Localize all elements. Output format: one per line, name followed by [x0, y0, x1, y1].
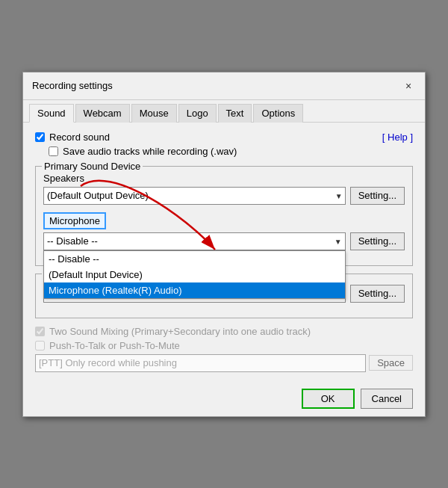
- microphone-dropdown-arrow-icon: ▼: [335, 237, 342, 245]
- mic-option-default-input[interactable]: (Default Input Device): [44, 267, 345, 282]
- mic-option-disable[interactable]: -- Disable --: [44, 251, 345, 267]
- save-audio-checkbox[interactable]: [49, 146, 58, 156]
- two-sound-mixing-label: Two Sound Mixing (Primary+Secondary into…: [49, 326, 311, 337]
- primary-sound-device-group: Primary Sound Device Speakers (Default O…: [35, 166, 413, 266]
- ptt-dropdown[interactable]: [PTT] Only record while pushing: [35, 354, 366, 372]
- speakers-row: (Default Output Device) ▼ Setting...: [43, 187, 405, 205]
- microphone-dropdown-open-container: -- Disable -- ▼ -- Disable -- (Default I…: [43, 232, 346, 250]
- microphone-label-wrapper: Microphone: [43, 212, 106, 232]
- push-to-talk-label: Push-To-Talk or Push-To-Mute: [49, 340, 180, 351]
- tab-bar: Sound Webcam Mouse Logo Text Options: [23, 100, 425, 123]
- tab-sound[interactable]: Sound: [29, 104, 74, 123]
- microphone-section: Microphone -- Disable -- ▼ -- Disable --…: [43, 212, 405, 250]
- microphone-dropdown-list: -- Disable -- (Default Input Device) Mic…: [43, 250, 346, 299]
- buttons-row: OK Cancel: [23, 381, 425, 416]
- top-row: Record sound Save audio tracks while rec…: [35, 132, 413, 160]
- speakers-dropdown[interactable]: (Default Output Device): [43, 187, 346, 205]
- title-bar: Recording settings ×: [23, 72, 425, 100]
- sound-tab-content: Record sound Save audio tracks while rec…: [23, 123, 425, 381]
- microphone-setting-button[interactable]: Setting...: [350, 232, 405, 250]
- close-button[interactable]: ×: [401, 78, 416, 93]
- options-section: Two Sound Mixing (Primary+Secondary into…: [35, 326, 413, 372]
- save-audio-label: Save audio tracks while recording (.wav): [63, 146, 237, 157]
- microphone-dropdown-trigger[interactable]: -- Disable -- ▼: [43, 232, 346, 250]
- speakers-label: Speakers: [43, 173, 405, 184]
- push-to-talk-row: Push-To-Talk or Push-To-Mute: [35, 340, 413, 351]
- mic-option-realtek[interactable]: Microphone (Realtek(R) Audio): [44, 282, 345, 298]
- speakers-dropdown-container: (Default Output Device) ▼: [43, 187, 346, 205]
- tab-logo[interactable]: Logo: [178, 104, 217, 123]
- record-sound-row: Record sound Save audio tracks while rec…: [35, 132, 237, 160]
- record-sound-checkbox-row: Record sound: [35, 132, 237, 143]
- help-link[interactable]: [ Help ]: [382, 132, 413, 143]
- secondary-setting-button[interactable]: Setting...: [350, 285, 405, 303]
- primary-group-label: Primary Sound Device: [42, 161, 143, 172]
- cancel-button[interactable]: Cancel: [361, 389, 413, 409]
- ptt-key-box: Space: [369, 355, 413, 371]
- save-audio-checkbox-row: Save audio tracks while recording (.wav): [35, 146, 237, 157]
- ptt-dropdown-container: [PTT] Only record while pushing: [35, 354, 366, 372]
- record-sound-label: Record sound: [49, 132, 110, 143]
- ok-button[interactable]: OK: [302, 389, 355, 409]
- two-sound-mixing-row: Two Sound Mixing (Primary+Secondary into…: [35, 326, 413, 337]
- push-to-talk-checkbox[interactable]: [35, 341, 45, 350]
- ptt-row: [PTT] Only record while pushing Space: [35, 354, 413, 372]
- tab-mouse[interactable]: Mouse: [131, 104, 177, 123]
- microphone-dropdown-value: -- Disable --: [47, 235, 98, 247]
- two-sound-mixing-checkbox[interactable]: [35, 327, 45, 336]
- microphone-row: -- Disable -- ▼ -- Disable -- (Default I…: [43, 232, 405, 250]
- dialog-title: Recording settings: [32, 80, 113, 91]
- tab-webcam[interactable]: Webcam: [75, 104, 130, 123]
- microphone-label: Microphone: [43, 212, 106, 229]
- recording-settings-dialog: Recording settings × Sound Webcam Mouse …: [22, 72, 426, 417]
- tab-text[interactable]: Text: [218, 104, 252, 123]
- speakers-setting-button[interactable]: Setting...: [350, 187, 405, 205]
- record-sound-checkbox[interactable]: [35, 132, 45, 142]
- tab-options[interactable]: Options: [253, 104, 303, 123]
